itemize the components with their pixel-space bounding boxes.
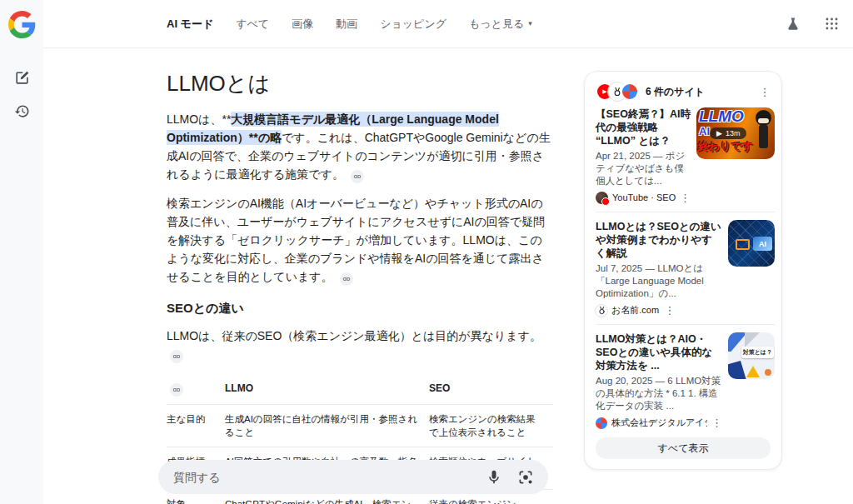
divider xyxy=(596,324,775,325)
citation-link-icon[interactable] xyxy=(351,170,364,183)
more-options-icon[interactable]: ⋮ xyxy=(680,192,691,204)
google-logo[interactable] xyxy=(8,11,36,38)
thumbnail-text: 終わりです xyxy=(698,139,753,154)
mic-icon xyxy=(486,469,502,486)
ask-bar xyxy=(158,460,548,494)
table-col-llmo: LLMO xyxy=(225,374,429,405)
more-options-icon[interactable]: ⋮ xyxy=(758,86,771,98)
tab-videos[interactable]: 動画 xyxy=(336,17,357,32)
card-source: お名前.com ⋮ xyxy=(596,304,722,317)
paragraph-text: 検索エンジンのAI機能（AIオーバービューなど）やチャット形式のAIの普及に伴い… xyxy=(167,197,545,283)
cell-llmo: 生成AIの回答に自社の情報が引用・参照されること xyxy=(225,405,429,447)
table-col-seo: SEO xyxy=(429,374,553,405)
show-all-button[interactable]: すべて表示 xyxy=(596,437,771,459)
table-row: 主な目的 生成AIの回答に自社の情報が引用・参照されること 検索エンジンの検索結… xyxy=(167,405,553,447)
card-snippet: Apr 21, 2025 — ポジティブなやばさも僕個人としては... xyxy=(596,150,691,187)
channel-avatar xyxy=(596,192,608,204)
page-title: LLMOとは xyxy=(167,69,553,98)
thumbnail-text: LLMO xyxy=(699,107,744,126)
thumbnail-text: AI xyxy=(699,125,710,137)
sites-panel-header[interactable]: ▶ 6 件のサイト ⋮ xyxy=(596,82,771,101)
play-icon: ▶ xyxy=(716,129,722,137)
card-source: YouTube · SEOおた... ⋮ xyxy=(596,192,691,204)
paragraph-text: LLMOは、** xyxy=(167,112,231,126)
card-text: 【SEO終焉？】AI時代の最強戦略 “LLMO” とは？ Apr 21, 202… xyxy=(596,107,691,204)
apps-button[interactable] xyxy=(821,14,841,34)
duration-label: 13m xyxy=(726,129,741,137)
card-text: LLMOとは？SEOとの違いや対策例までわかりやすく解説 Jul 7, 2025… xyxy=(596,220,722,317)
article-thumbnail[interactable]: 対策とは？ xyxy=(728,332,775,379)
answer-paragraph-2: 検索エンジンのAI機能（AIオーバービューなど）やチャット形式のAIの普及に伴い… xyxy=(167,194,553,286)
thumbnail-text: 対策とは？ xyxy=(741,347,774,358)
labs-button[interactable] xyxy=(783,14,803,34)
digital-identity-favicon-icon xyxy=(596,417,607,429)
top-bar-actions xyxy=(783,0,841,47)
tab-shopping[interactable]: ショッピング xyxy=(380,17,446,32)
apps-grid-icon xyxy=(824,16,840,32)
article-thumbnail[interactable]: AI xyxy=(728,220,775,267)
compose-icon xyxy=(14,70,30,86)
onamae-favicon-icon xyxy=(596,305,607,317)
card-snippet: Jul 7, 2025 — LLMOとは「Large Language Mode… xyxy=(596,262,722,300)
card-snippet: Aug 20, 2025 — 6 LLMO対策の具体的な方法 * 6.1 1. … xyxy=(596,375,722,412)
ai-answer: LLMOとは LLMOは、**大規模言語モデル最適化（Large Languag… xyxy=(167,47,553,504)
site-card-onamae[interactable]: LLMOとは？SEOとの違いや対策例までわかりやすく解説 Jul 7, 2025… xyxy=(596,220,775,317)
answer-paragraph-1: LLMOは、**大規模言語モデル最適化（Large Language Model… xyxy=(167,110,553,183)
table-header-row: LLMO SEO xyxy=(167,374,553,405)
sites-count-label: 6 件のサイト xyxy=(646,85,758,99)
left-rail xyxy=(0,0,43,504)
citation-link-icon[interactable] xyxy=(340,272,353,286)
tab-all[interactable]: すべて xyxy=(236,17,269,32)
site-card-youtube[interactable]: 【SEO終焉？】AI時代の最強戦略 “LLMO” とは？ Apr 21, 202… xyxy=(596,107,775,204)
thumbnail-character-body xyxy=(759,125,768,148)
ask-input[interactable] xyxy=(172,470,471,485)
history-icon xyxy=(14,103,30,119)
tab-more-label: もっと見る xyxy=(469,17,524,32)
divider xyxy=(596,212,775,212)
tab-images[interactable]: 画像 xyxy=(292,17,313,32)
source-name: 株式会社デジタルアイデンティティ xyxy=(611,417,707,429)
card-source: 株式会社デジタルアイデンティティ ⋮ xyxy=(596,417,722,429)
history-button[interactable] xyxy=(12,102,31,120)
card-text: LLMO対策とは？AIO・SEOとの違いや具体的な対策方法を ... Aug 2… xyxy=(596,332,722,429)
tab-ai-mode[interactable]: AI モード xyxy=(167,17,213,32)
more-options-icon[interactable]: ⋮ xyxy=(711,417,722,429)
video-thumbnail[interactable]: LLMO AI 終わりです ▶ 13m xyxy=(696,107,775,159)
more-options-icon[interactable]: ⋮ xyxy=(663,304,676,317)
sites-panel: ▶ 6 件のサイト ⋮ 【SEO終焉？】AI時代の最強戦略 “LLMO” とは？… xyxy=(584,71,782,470)
section-heading-seo-difference: SEOとの違い xyxy=(167,301,553,317)
tab-more[interactable]: もっと見る ▾ xyxy=(469,17,532,32)
source-name: YouTube · SEOおた... xyxy=(612,192,676,204)
google-g-icon xyxy=(8,11,36,38)
citation-link-icon[interactable] xyxy=(170,350,183,363)
answer-paragraph-3: LLMOは、従来のSEO（検索エンジン最適化）とは目的が異なります。 xyxy=(167,327,553,363)
digital-identity-favicon-icon xyxy=(621,82,639,101)
thumbnail-shape xyxy=(745,332,763,347)
paragraph-text: LLMOは、従来のSEO（検索エンジン最適化）とは目的が異なります。 xyxy=(167,329,541,342)
thumbnail-shape xyxy=(746,366,760,377)
source-favicons: ▶ xyxy=(596,82,639,101)
thumbnail-shape xyxy=(728,361,748,379)
site-card-digital-identity[interactable]: LLMO対策とは？AIO・SEOとの違いや具体的な対策方法を ... Aug 2… xyxy=(596,332,775,429)
card-title: 【SEO終焉？】AI時代の最強戦略 “LLMO” とは？ xyxy=(596,107,691,147)
thumbnail-chat-bubble xyxy=(736,239,750,250)
row-label: 主な目的 xyxy=(167,405,225,447)
video-duration-badge: ▶ 13m xyxy=(710,127,746,139)
card-title: LLMO対策とは？AIO・SEOとの違いや具体的な対策方法を ... xyxy=(596,332,722,372)
thumbnail-ai-chip: AI xyxy=(753,237,772,251)
labs-flask-icon xyxy=(785,16,801,32)
citation-link-icon[interactable] xyxy=(170,383,183,397)
thumbnail-figure xyxy=(765,369,771,376)
source-name: お名前.com xyxy=(611,304,659,317)
top-bar: AI モード すべて 画像 動画 ショッピング もっと見る ▾ xyxy=(43,0,853,48)
card-title: LLMOとは？SEOとの違いや対策例までわかりやすく解説 xyxy=(596,220,722,260)
cell-seo: 検索エンジンの検索結果で上位表示されること xyxy=(429,405,553,447)
lens-icon xyxy=(517,469,534,486)
chevron-down-icon: ▾ xyxy=(528,20,532,27)
voice-search-button[interactable] xyxy=(485,468,503,487)
lens-search-button[interactable] xyxy=(516,468,535,487)
new-chat-button[interactable] xyxy=(12,68,31,87)
search-tabs: AI モード すべて 画像 動画 ショッピング もっと見る ▾ xyxy=(167,0,532,47)
